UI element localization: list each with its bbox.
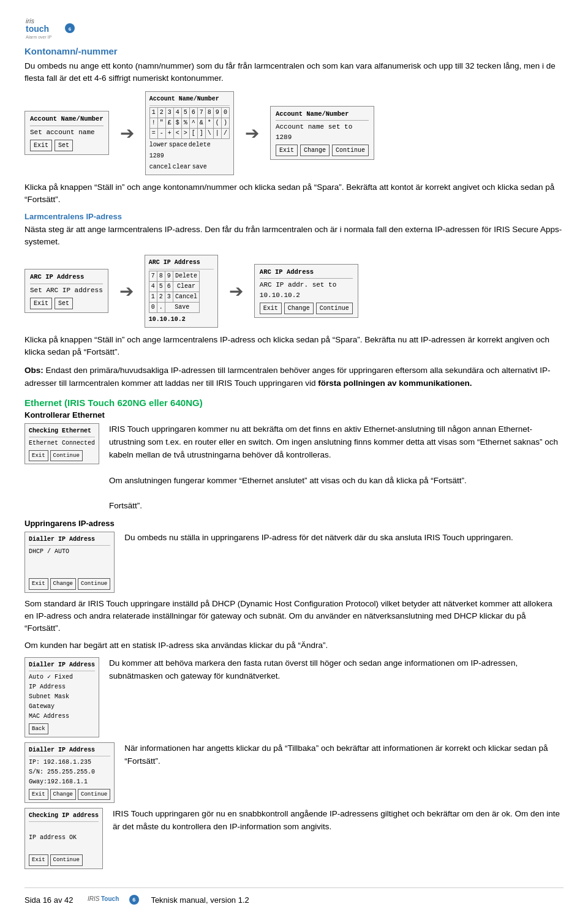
arrow-right-2: ➔ <box>245 123 259 143</box>
arrow-right-4: ➔ <box>229 281 243 301</box>
screen-confirm-sn: S/N: 255.255.255.0 <box>29 767 110 777</box>
screen1b-title: Account Name/Number <box>149 94 230 106</box>
footer-page-number: Sida 16 av 42 <box>24 895 74 905</box>
screen-dialler-line2: DHCP / AUTO <box>29 547 110 557</box>
larmip-screens-row: ARC IP Address Set ARC IP address Exit S… <box>24 255 564 328</box>
numpad-grid: 789Delete 456Clear 123Cancel 0.Save <box>149 271 200 313</box>
screen1c-line1: Account name set to <box>276 122 369 132</box>
screen2c-title: ARC IP Address <box>260 268 353 279</box>
svg-text:IRIS: IRIS <box>88 895 100 902</box>
uppringarens-text: Du ombeds nu ställa in uppringarens IP-a… <box>124 532 564 544</box>
larmip-step1: Klicka på knappen “Ställ in” och ange la… <box>24 334 564 359</box>
screen1a-title: Account Name/Number <box>30 115 104 126</box>
screen2c-line1: ARC IP addr. set to <box>260 280 353 290</box>
keyboard-bottom: lower space delete <box>149 140 230 150</box>
screen1a-line1: Set account name <box>30 127 104 138</box>
kontonamn-screens-row: Account Name/Number Set account name Exi… <box>24 91 564 175</box>
screen1c-line2: 1289 <box>276 132 369 143</box>
check-section: Checking IP address IP address OK Exit C… <box>24 808 564 868</box>
screen-confirm-exit: Exit <box>29 789 48 800</box>
screen2b-title: ARC IP Address <box>149 258 214 269</box>
arrow-right-3: ➔ <box>119 281 134 301</box>
uppringarens-screen-col: Dialler IP Address DHCP / AUTO Exit Chan… <box>24 532 115 592</box>
uppringarens-text1: Du ombeds nu ställa in uppringarens IP-a… <box>124 532 564 544</box>
confirm-text1: När informationen har angetts klickar du… <box>124 742 564 768</box>
screen-check-exit: Exit <box>29 854 48 865</box>
screen2c-change: Change <box>284 303 314 314</box>
kontrollerar-section: Checking Ethernet Ethernet Connected Exi… <box>24 423 564 513</box>
check-text: IRIS Touch uppringaren gör nu en snabbko… <box>113 808 564 834</box>
arrow-right-1: ➔ <box>120 123 134 143</box>
screen-check-title: Checking IP address <box>29 811 99 822</box>
iris-touch-logo: iris touch Alarm over IP 6 <box>24 12 80 40</box>
screen-eth-buttons: Exit Continue <box>29 450 95 461</box>
obs-text: Obs: Endast den primära/huvudsakliga IP-… <box>24 364 564 390</box>
footer-logo-svg: IRIS Touch <box>88 893 124 905</box>
screen-dialler-continue: Continue <box>78 578 110 589</box>
screen-confirm-gway: Gway:192.168.1.1 <box>29 777 110 787</box>
section-heading-ethernet: Ethernet (IRIS Touch 620NG eller 640NG) <box>24 397 564 408</box>
screen-eth-line2: Ethernet Connected <box>29 439 95 448</box>
larmip-para1: Nästa steg är att ange larmcentralens IP… <box>24 224 564 249</box>
screen-static-gateway: Gateway <box>29 702 95 712</box>
screen-confirm-buttons: Exit Change Continue <box>29 789 110 800</box>
screen-ethernet: Checking Ethernet Ethernet Connected Exi… <box>24 423 99 464</box>
screen-confirm-ip: Dialler IP Address IP: 192.168.1.235 S/N… <box>24 742 115 803</box>
keyboard-actions: cancel clear save <box>149 162 230 172</box>
screen2a-title: ARC IP Address <box>30 273 103 284</box>
screen-eth-continue: Continue <box>50 450 83 461</box>
screen-static-title: Dialler IP Address <box>29 660 95 671</box>
check-text1: IRIS Touch uppringaren gör nu en snabbko… <box>113 808 564 834</box>
svg-text:Touch: Touch <box>101 895 119 902</box>
screen1a-exit: Exit <box>30 140 52 151</box>
static-screen-col: Dialler IP Address Auto ✓ Fixed IP Addre… <box>24 657 99 737</box>
screen-static-auto-fixed: Auto ✓ Fixed <box>29 672 95 682</box>
uppringarens-section: Dialler IP Address DHCP / AUTO Exit Chan… <box>24 532 564 592</box>
static-text: Du kommer att behöva markera den fasta r… <box>109 657 564 683</box>
svg-text:touch: touch <box>26 24 49 34</box>
screen-account-2: Account Name/Number 1234567890 !"£$%^&*(… <box>145 91 234 175</box>
logo-area: iris touch Alarm over IP 6 <box>24 12 564 40</box>
screen1c-buttons: Exit Change Continue <box>276 145 369 156</box>
kontrollerar-text: IRIS Touch uppringaren kommer nu att bek… <box>109 423 564 513</box>
section-heading-uppringarens-ip: Uppringarens IP-adress <box>24 519 564 528</box>
screen-dialler-exit: Exit <box>29 578 48 589</box>
screen-confirm-continue: Continue <box>78 789 110 800</box>
screen2a-buttons: Exit Set <box>30 298 103 309</box>
screen-check-buttons: Exit Continue <box>29 854 99 865</box>
screen2c-exit: Exit <box>260 303 282 314</box>
kontrollerar-text1: IRIS Touch uppringaren kommer nu att bek… <box>109 423 564 462</box>
fortsatt-label: Fortsätt”. <box>109 500 564 513</box>
screen-check-ip: Checking IP address IP address OK Exit C… <box>24 808 103 868</box>
screen-check-ok: IP address OK <box>29 833 99 843</box>
keyboard-value: 1289 <box>149 151 230 161</box>
para-dhcp: Som standard är IRIS Touch uppringare in… <box>24 598 564 635</box>
screen-static-ip: Dialler IP Address Auto ✓ Fixed IP Addre… <box>24 657 99 737</box>
section-heading-kontonamn: Kontonamn/-nummer <box>24 46 564 56</box>
screen-check-continue: Continue <box>50 854 83 865</box>
kontonamn-para1: Du ombeds nu ange ett konto (namn/nummer… <box>24 60 564 85</box>
kontonamn-step1: Klicka på knappen “Ställ in” och ange ko… <box>24 181 564 206</box>
footer-badge: 6 <box>129 895 139 905</box>
section-heading-kontrollerar: Kontrollerar Ethernet <box>24 410 564 420</box>
keyboard-grid: 1234567890 !"£$%^&*() =-+<>[]\|/ <box>149 107 230 139</box>
svg-text:Alarm over IP: Alarm over IP <box>26 35 52 39</box>
page-footer: Sida 16 av 42 IRIS Touch 6 Teknisk manua… <box>24 887 564 907</box>
screen-static-back: Back <box>29 723 48 734</box>
static-section: Dialler IP Address Auto ✓ Fixed IP Addre… <box>24 657 564 737</box>
para-statisk: Om kunden har begärt att en statisk IP-a… <box>24 639 564 652</box>
screen2b-value: 10.10.10.2 <box>149 315 214 325</box>
screen-arc-2: ARC IP Address 789Delete 456Clear 123Can… <box>145 255 218 328</box>
screen2c-line2: 10.10.10.2 <box>260 290 353 301</box>
kontrollerar-text2: Om anslutningen fungerar kommer “Etherne… <box>109 475 564 488</box>
footer-manual: Teknisk manual, version 1.2 <box>151 895 249 905</box>
screen-static-mac: MAC Address <box>29 712 95 721</box>
section-heading-larmip: Larmcentralens IP-adress <box>24 212 564 221</box>
screen-static-ip-label: IP Address <box>29 682 95 692</box>
screen-eth-title: Checking Ethernet <box>29 426 95 437</box>
screen-dialler-title: Dialler IP Address <box>29 535 110 546</box>
screen-confirm-ip-val: IP: 192.168.1.235 <box>29 758 110 767</box>
footer-brand: IRIS Touch <box>88 893 124 907</box>
screen-confirm-change: Change <box>50 789 76 800</box>
obs-box: Obs: Endast den primära/huvudsakliga IP-… <box>24 364 564 390</box>
